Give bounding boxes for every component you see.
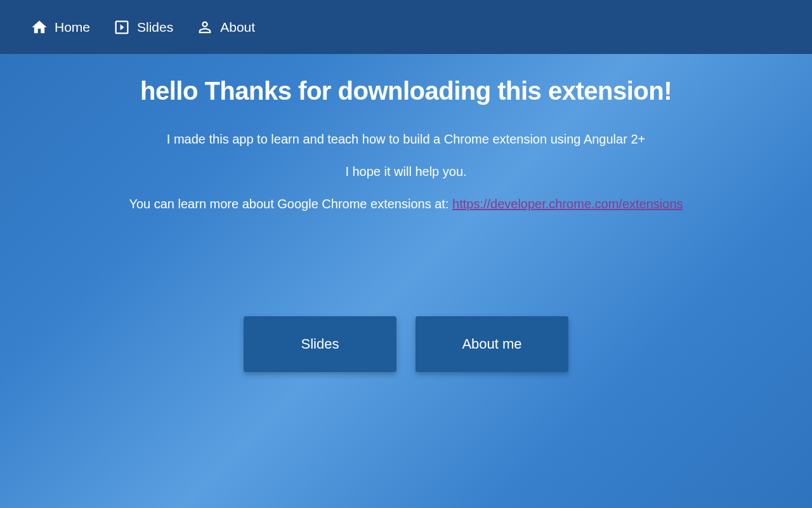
nav-label-home: Home: [55, 20, 90, 35]
person-icon: [196, 18, 214, 36]
page-title: hello Thanks for downloading this extens…: [140, 77, 672, 105]
nav-item-slides[interactable]: Slides: [113, 18, 173, 36]
slides-button[interactable]: Slides: [244, 316, 396, 372]
nav-label-about: About: [220, 20, 255, 35]
navbar: Home Slides About: [0, 0, 812, 54]
extensions-link[interactable]: https://developer.chrome.com/extensions: [452, 197, 683, 211]
nav-item-home[interactable]: Home: [30, 18, 90, 36]
nav-item-about[interactable]: About: [196, 18, 255, 36]
about-me-button[interactable]: About me: [416, 316, 568, 372]
link-prefix: You can learn more about Google Chrome e…: [129, 197, 452, 211]
slideshow-icon: [113, 18, 131, 36]
nav-label-slides: Slides: [137, 20, 173, 35]
link-paragraph: You can learn more about Google Chrome e…: [129, 197, 683, 211]
description-line-2: I hope it will help you.: [345, 164, 466, 179]
description-line-1: I made this app to learn and teach how t…: [167, 132, 645, 147]
main-content: hello Thanks for downloading this extens…: [0, 54, 812, 508]
home-icon: [30, 18, 48, 36]
button-container: Slides About me: [244, 316, 568, 372]
